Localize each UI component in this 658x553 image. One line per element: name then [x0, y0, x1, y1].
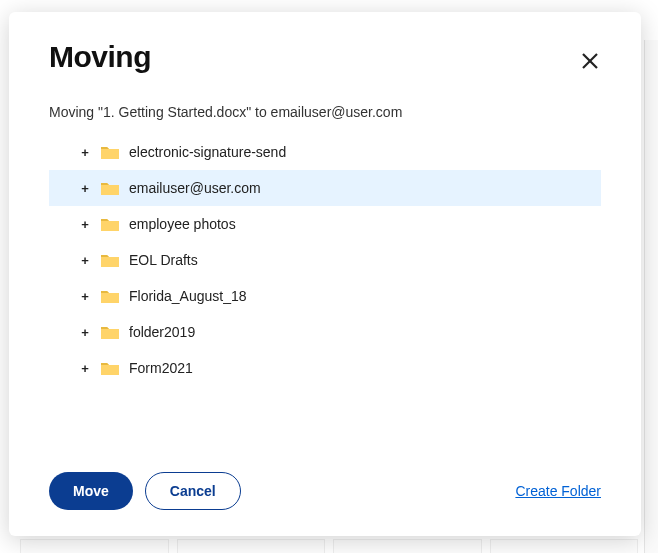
close-button[interactable]	[573, 44, 607, 78]
folder-label: employee photos	[129, 216, 236, 232]
folder-label: emailuser@user.com	[129, 180, 261, 196]
dialog-subtitle: Moving "1. Getting Started.docx" to emai…	[49, 104, 601, 120]
expand-icon[interactable]: +	[79, 290, 91, 302]
folder-row[interactable]: +Florida_August_18	[49, 278, 601, 314]
expand-icon[interactable]: +	[79, 362, 91, 374]
folder-label: Form2021	[129, 360, 193, 376]
folder-tree: +electronic-signature-send+emailuser@use…	[49, 134, 601, 448]
folder-row[interactable]: +employee photos	[49, 206, 601, 242]
close-icon	[580, 51, 600, 71]
folder-label: Florida_August_18	[129, 288, 247, 304]
cancel-button[interactable]: Cancel	[145, 472, 241, 510]
expand-icon[interactable]: +	[79, 326, 91, 338]
folder-icon	[101, 253, 119, 267]
folder-tree-scroll[interactable]: +electronic-signature-send+emailuser@use…	[49, 134, 601, 448]
folder-row[interactable]: +emailuser@user.com	[49, 170, 601, 206]
dialog-footer: Move Cancel Create Folder	[49, 448, 601, 510]
folder-label: EOL Drafts	[129, 252, 198, 268]
expand-icon[interactable]: +	[79, 146, 91, 158]
folder-label: folder2019	[129, 324, 195, 340]
folder-row[interactable]: +Form2021	[49, 350, 601, 386]
background-toolbar	[0, 0, 658, 6]
create-folder-link[interactable]: Create Folder	[515, 483, 601, 499]
folder-label: electronic-signature-send	[129, 144, 286, 160]
folder-row[interactable]: +electronic-signature-send	[49, 134, 601, 170]
folder-icon	[101, 217, 119, 231]
dialog-header: Moving	[49, 40, 601, 78]
folder-row[interactable]: +folder2019	[49, 314, 601, 350]
folder-icon	[101, 145, 119, 159]
folder-row[interactable]: +EOL Drafts	[49, 242, 601, 278]
expand-icon[interactable]: +	[79, 254, 91, 266]
background-bottom	[0, 539, 658, 553]
folder-icon	[101, 325, 119, 339]
move-dialog: Moving Moving "1. Getting Started.docx" …	[9, 12, 641, 536]
folder-icon	[101, 289, 119, 303]
dialog-title: Moving	[49, 40, 151, 74]
expand-icon[interactable]: +	[79, 182, 91, 194]
folder-icon	[101, 181, 119, 195]
folder-icon	[101, 361, 119, 375]
background-side	[644, 40, 658, 553]
expand-icon[interactable]: +	[79, 218, 91, 230]
move-button[interactable]: Move	[49, 472, 133, 510]
